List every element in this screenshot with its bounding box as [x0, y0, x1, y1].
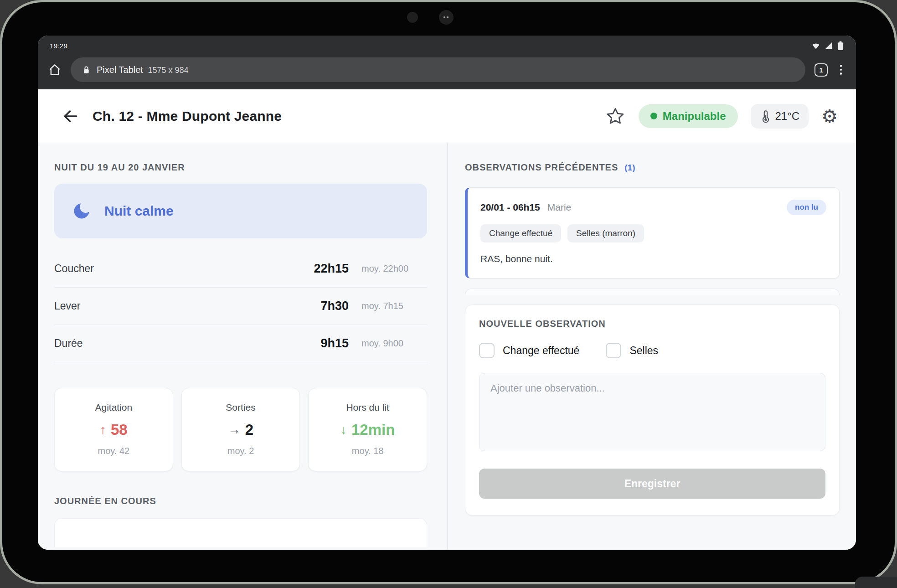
sleep-row-lever: Lever 7h30 moy. 7h15	[54, 288, 427, 325]
observations-section-title: OBSERVATIONS PRÉCÉDENTES	[465, 162, 618, 173]
night-section-title: NUIT DU 19 AU 20 JANVIER	[54, 162, 427, 173]
stage: 19:29	[0, 0, 897, 588]
unread-badge: non lu	[787, 200, 826, 215]
cell-signal-icon	[824, 41, 833, 50]
day-section-title: JOURNÉE EN COURS	[54, 496, 427, 506]
room-temperature-badge: 21°C	[751, 104, 809, 129]
temperature-value: 21°C	[775, 110, 800, 123]
url-site-label: Pixel Tablet	[97, 65, 143, 75]
star-icon	[606, 107, 625, 126]
observation-card-partial	[465, 289, 840, 295]
gear-icon: ⚙	[821, 106, 838, 126]
observations-count[interactable]: (1)	[624, 163, 635, 173]
stat-value: 58	[111, 421, 128, 438]
checkbox-selles[interactable]	[606, 343, 621, 358]
night-panel: NUIT DU 19 AU 20 JANVIER Nuit calme Couc…	[54, 143, 448, 550]
tab-counter-button[interactable]: 1	[815, 63, 828, 77]
observations-panel: OBSERVATIONS PRÉCÉDENTES (1) 20/01 - 06h…	[448, 143, 840, 550]
checkbox-label-selles: Selles	[629, 345, 658, 357]
url-viewport-size: 1575 x 984	[148, 66, 188, 75]
settings-button[interactable]: ⚙	[821, 107, 838, 125]
observation-note: RAS, bonne nuit.	[480, 253, 826, 264]
stat-card-hors-du-lit: Hors du lit ↓ 12min moy. 18	[308, 388, 427, 471]
stat-value: 2	[245, 421, 253, 438]
home-icon[interactable]	[48, 63, 62, 77]
observation-tag: Change effectué	[480, 224, 561, 242]
front-camera-icon	[439, 10, 454, 25]
night-status-text: Nuit calme	[104, 203, 174, 219]
observation-card[interactable]: 20/01 - 06h15 Marie non lu Change effect…	[465, 187, 840, 279]
android-status-bar: 19:29	[38, 36, 856, 53]
browser-menu-button[interactable]	[835, 65, 847, 75]
dock-connector	[855, 577, 897, 588]
favorite-button[interactable]	[605, 106, 626, 127]
arrow-right-icon: →	[228, 423, 241, 437]
observation-input[interactable]	[479, 373, 825, 451]
main-content: NUIT DU 19 AU 20 JANVIER Nuit calme Couc…	[38, 143, 856, 550]
new-observation-form: NOUVELLE OBSERVATION Change effectué Sel…	[465, 304, 840, 516]
tablet-screen: 19:29	[38, 36, 856, 550]
stat-card-agitation: Agitation ↑ 58 moy. 42	[54, 388, 173, 471]
checkbox-change-effectue[interactable]	[479, 343, 495, 358]
wifi-icon	[811, 41, 820, 50]
status-icons	[811, 41, 844, 51]
browser-chrome: 19:29	[38, 36, 856, 89]
thermometer-icon	[760, 109, 772, 123]
status-time: 19:29	[50, 42, 67, 50]
night-stat-cards: Agitation ↑ 58 moy. 42 Sorties → 2	[54, 388, 427, 471]
page-title: Ch. 12 - Mme Dupont Jeanne	[93, 108, 282, 124]
new-observation-title: NOUVELLE OBSERVATION	[479, 319, 825, 329]
checkbox-label-change: Change effectué	[503, 345, 579, 357]
status-badge: Manipulable	[639, 104, 738, 128]
sleep-times-list: Coucher 22h15 moy. 22h00 Lever 7h30 moy.…	[54, 250, 427, 362]
status-dot-icon	[650, 113, 657, 119]
battery-icon	[837, 41, 844, 51]
observation-tag: Selles (marron)	[567, 224, 644, 242]
stat-value: 12min	[351, 421, 395, 438]
night-status-banner: Nuit calme	[54, 184, 427, 238]
back-button[interactable]	[61, 106, 81, 126]
stat-card-sorties: Sorties → 2 moy. 2	[181, 388, 300, 471]
sleep-row-coucher: Coucher 22h15 moy. 22h00	[54, 250, 427, 288]
save-button[interactable]: Enregistrer	[479, 469, 825, 499]
day-card-partial	[54, 518, 427, 547]
arrow-up-icon: ↑	[100, 423, 106, 437]
url-bar[interactable]: Pixel Tablet 1575 x 984	[71, 57, 805, 82]
camera-sensor-icon	[407, 12, 418, 23]
browser-toolbar: Pixel Tablet 1575 x 984 1	[38, 53, 856, 89]
observation-datetime: 20/01 - 06h15	[480, 202, 540, 213]
back-arrow-icon	[62, 108, 79, 125]
app-header: Ch. 12 - Mme Dupont Jeanne Manipulable	[38, 89, 856, 143]
lock-icon	[82, 66, 90, 74]
moon-icon	[72, 201, 92, 221]
arrow-down-icon: ↓	[340, 423, 347, 437]
observation-author: Marie	[547, 202, 572, 213]
sleep-row-duree: Durée 9h15 moy. 9h00	[54, 325, 427, 362]
